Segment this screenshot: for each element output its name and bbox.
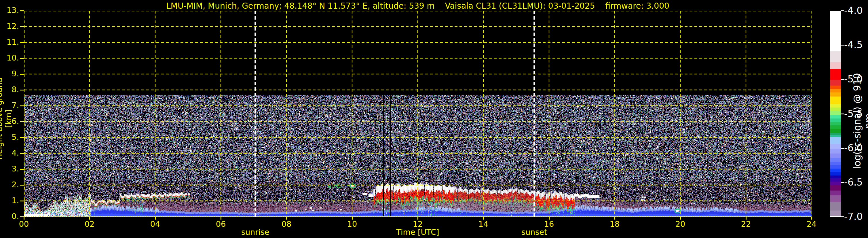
colorbar-tick-label: -4.5 xyxy=(844,39,863,51)
x-tick-label: 00 xyxy=(19,219,29,229)
x-tick-mark xyxy=(155,217,156,219)
colorbar-tick-mark xyxy=(841,148,844,149)
x-tick-mark xyxy=(24,217,25,219)
y-tick-mark xyxy=(20,58,24,59)
y-tick-mark xyxy=(20,137,24,138)
x-axis-label: Time [UTC] xyxy=(396,228,439,237)
x-tick-label: 10 xyxy=(347,219,357,229)
y-tick-mark xyxy=(20,26,24,27)
y-tick-mark xyxy=(20,74,24,75)
y-tick-mark xyxy=(20,185,24,185)
y-tick-label: 9. xyxy=(0,69,19,78)
y-tick-mark xyxy=(20,121,24,122)
ceilometer-quicklook-page: LMU-MIM, Munich, Germany; 48.148° N 11.5… xyxy=(0,0,868,238)
ceilometer-heatmap-canvas xyxy=(24,11,812,217)
y-tick-label: 12. xyxy=(0,22,19,31)
y-tick-label: 1. xyxy=(0,196,19,205)
colorbar-tick-mark xyxy=(841,10,844,11)
y-tick-label: 10. xyxy=(0,53,19,62)
x-tick-mark xyxy=(746,217,746,219)
colorbar-tick-label: -6.0 xyxy=(844,142,863,153)
y-tick-mark xyxy=(20,169,24,170)
x-tick-mark xyxy=(483,217,484,219)
y-tick-label: 7. xyxy=(0,101,19,110)
x-tick-mark xyxy=(811,217,812,219)
x-tick-label: 02 xyxy=(85,219,94,229)
x-tick-label: 04 xyxy=(150,219,160,229)
y-tick-label: 0. xyxy=(0,212,19,221)
x-tick-label: 06 xyxy=(216,219,226,229)
colorbar-tick-mark xyxy=(841,114,844,114)
colorbar-label: log(rc-signal) @ 910 nm xyxy=(851,70,868,172)
colorbar-tick-label: -5.5 xyxy=(844,108,863,119)
colorbar-tick-label: -7.0 xyxy=(844,211,863,222)
x-tick-label: 22 xyxy=(741,219,751,229)
colorbar-tick-mark xyxy=(841,44,844,46)
x-tick-mark xyxy=(680,217,681,219)
y-tick-mark xyxy=(20,106,24,106)
y-tick-label: 3. xyxy=(0,164,19,173)
colorbar-tick-label: -5.0 xyxy=(844,73,863,85)
x-tick-mark xyxy=(417,217,418,219)
x-tick-mark xyxy=(352,217,353,219)
sunrise-label: sunrise xyxy=(241,228,270,237)
colorbar-tick-mark xyxy=(841,216,844,217)
y-tick-label: 4. xyxy=(0,148,19,157)
y-tick-label: 6. xyxy=(0,117,19,126)
colorbar-canvas xyxy=(830,11,841,217)
x-tick-label: 14 xyxy=(478,219,488,229)
x-tick-mark xyxy=(286,217,287,219)
y-tick-label: 8. xyxy=(0,85,19,94)
y-tick-mark xyxy=(20,201,24,201)
colorbar-tick-label: -6.5 xyxy=(844,177,863,188)
y-tick-label: 11. xyxy=(0,37,19,47)
y-tick-label: 5. xyxy=(0,132,19,142)
y-tick-mark xyxy=(20,10,24,11)
y-tick-label: 2. xyxy=(0,180,19,189)
x-tick-label: 16 xyxy=(544,219,554,229)
y-tick-label: 13. xyxy=(0,6,19,15)
x-tick-label: 08 xyxy=(282,219,291,229)
x-tick-mark xyxy=(549,217,550,219)
y-tick-mark xyxy=(20,42,24,43)
x-tick-label: 24 xyxy=(807,219,816,229)
x-tick-mark xyxy=(89,217,90,219)
sunset-label: sunset xyxy=(521,228,547,237)
x-tick-label: 18 xyxy=(610,219,620,229)
x-tick-mark xyxy=(614,217,615,219)
x-tick-label: 20 xyxy=(675,219,685,229)
colorbar-tick-mark xyxy=(841,182,844,183)
x-tick-mark xyxy=(220,217,221,219)
y-tick-mark xyxy=(20,153,24,154)
y-tick-mark xyxy=(20,90,24,90)
x-tick-label: 12 xyxy=(413,219,423,229)
colorbar-tick-label: -4.0 xyxy=(844,5,863,16)
colorbar-tick-mark xyxy=(841,79,844,80)
figure-title: LMU-MIM, Munich, Germany; 48.148° N 11.5… xyxy=(166,1,669,11)
